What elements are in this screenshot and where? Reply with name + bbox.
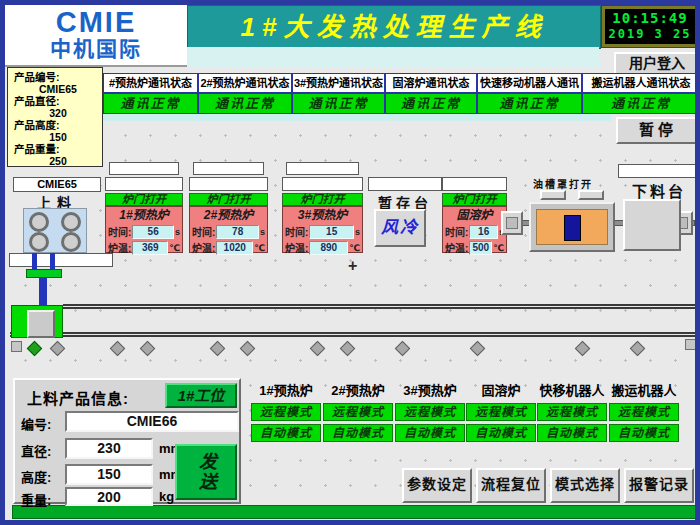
loading-rollers (23, 208, 87, 253)
auto-mode-button[interactable]: 自动模式 (323, 424, 393, 442)
furnace3-name: 3#预热炉 (285, 208, 360, 223)
furnace2-slot-b (189, 177, 268, 191)
header-strip (187, 47, 599, 68)
comm-status-6: 通讯正常 (582, 93, 700, 114)
status-bar (12, 505, 700, 519)
field-label: 编号: (21, 414, 51, 433)
limit-switch-icon (11, 341, 22, 352)
remote-mode-button[interactable]: 远程模式 (609, 403, 679, 421)
remote-mode-button[interactable]: 远程模式 (323, 403, 393, 421)
furnace1-door-status: 炉门打开 (105, 193, 183, 206)
form-title: 上料产品信息: (27, 387, 129, 408)
furnace2-panel: 2#预热炉 时间: 78 s 炉温: 1020 ℃ (189, 206, 268, 253)
furnace3-slot-b (282, 177, 363, 191)
send-button[interactable]: 发送 (175, 444, 237, 500)
furnace2-door-status: 炉门打开 (189, 193, 268, 206)
solution-temp-value: 500 (469, 241, 492, 255)
solution-slot (442, 177, 507, 191)
auto-mode-button[interactable]: 自动模式 (537, 424, 607, 442)
oil-tank-cover-button-left[interactable] (540, 190, 566, 200)
product-id-input[interactable]: CMIE66 (65, 411, 239, 432)
temp-label: 炉温: (192, 240, 215, 255)
furnace3-temp-value: 890 (309, 241, 348, 255)
process-reset-button[interactable]: 流程复位 (476, 468, 546, 503)
time-unit: s (355, 227, 360, 237)
remote-mode-button[interactable]: 远程模式 (466, 403, 536, 421)
gripper-head (26, 269, 62, 278)
height-input[interactable]: 150 (65, 464, 153, 485)
oil-tank-label: 油槽罩打开 (533, 176, 615, 191)
remote-mode-button[interactable]: 远程模式 (251, 403, 321, 421)
furnace1-slot-a (109, 162, 179, 175)
air-cool-button[interactable]: 风冷 (374, 209, 426, 247)
furnace1-name: 1#预热炉 (108, 208, 180, 223)
product-info-label: 产品编号: (14, 71, 102, 83)
furnace3-slot-a (286, 162, 359, 175)
comm-header-2: 2#预热炉通讯状态 (198, 73, 292, 93)
field-label: 重量: (21, 490, 51, 509)
pause-button[interactable]: 暂停 (616, 117, 700, 144)
comm-status-3: 通讯正常 (292, 93, 385, 114)
user-login-button[interactable]: 用户登入 (614, 52, 700, 75)
weight-input[interactable]: 200 (65, 487, 153, 506)
solution-furnace-panel: 固溶炉 时间: 16 s 炉温: 500 ℃ (442, 206, 507, 253)
mode-col-header: 3#预热炉 (395, 382, 465, 400)
product-info-value: 150 (14, 131, 102, 143)
furnace2-slot-a (193, 162, 264, 175)
auto-mode-button[interactable]: 自动模式 (251, 424, 321, 442)
sub-strip (103, 114, 611, 121)
mode-col-header: 搬运机器人 (609, 382, 679, 400)
oil-tank-cover-button-right[interactable] (578, 190, 604, 200)
comm-status-2: 通讯正常 (198, 93, 292, 114)
solution-door-status: 炉门打开 (442, 193, 507, 206)
time-label: 时间: (192, 224, 215, 239)
time-label: 时间: (445, 224, 468, 239)
mode-select-button[interactable]: 模式选择 (550, 468, 620, 503)
diameter-input[interactable]: 230 (65, 438, 153, 459)
alarm-record-button[interactable]: 报警记录 (624, 468, 694, 503)
solution-furnace-name: 固溶炉 (445, 208, 504, 223)
loading-form-panel: 上料产品信息: 1#工位 编号: CMIE66 直径: 230 mm 高度: 1… (13, 378, 241, 504)
product-info-label: 产品直径: (14, 95, 102, 107)
limit-switch-icon (685, 339, 696, 350)
comm-header-3: 3#预热炉通讯状态 (292, 73, 385, 93)
remote-mode-button[interactable]: 远程模式 (537, 403, 607, 421)
furnace3-time-value: 15 (309, 225, 354, 239)
rail-left-handle (501, 211, 523, 235)
auto-mode-button[interactable]: 自动模式 (609, 424, 679, 442)
param-setting-button[interactable]: 参数设定 (402, 468, 472, 503)
logo-text-en: CMIE (5, 7, 187, 37)
clock-date: 2019 3 25 (605, 27, 695, 42)
clock-time: 10:15:49 (605, 9, 695, 27)
solution-time-value: 16 (469, 225, 498, 239)
furnace2-time-value: 78 (216, 225, 259, 239)
roller-icon (29, 212, 49, 232)
gripper-finger-icon (50, 253, 55, 270)
station-select-button[interactable]: 1#工位 (165, 383, 237, 408)
time-label: 时间: (108, 224, 131, 239)
unloading-station-label: 下料台 (618, 180, 700, 201)
remote-mode-button[interactable]: 远程模式 (395, 403, 465, 421)
temp-label: 炉温: (108, 240, 131, 255)
auto-mode-button[interactable]: 自动模式 (466, 424, 536, 442)
unloading-platform (623, 199, 681, 251)
temp-unit: ℃ (254, 243, 265, 253)
clock-display: 10:15:49 2019 3 25 (601, 5, 699, 48)
unloading-slot (618, 164, 700, 178)
roller-icon (29, 232, 49, 252)
furnace1-time-value: 56 (132, 225, 174, 239)
mode-col-header: 2#预热炉 (323, 382, 393, 400)
furnace2-temp-value: 1020 (216, 241, 253, 255)
product-info-label: 产品重量: (14, 143, 102, 155)
comm-status-5: 通讯正常 (477, 93, 582, 114)
auto-mode-button[interactable]: 自动模式 (395, 424, 465, 442)
send-button-label: 发送 (193, 452, 219, 492)
oil-quench-tank (529, 202, 615, 252)
company-logo: CMIE 中机国际 (5, 5, 189, 67)
unit-label: kg (159, 489, 174, 504)
furnace2-name: 2#预热炉 (192, 208, 265, 223)
product-info-value: 250 (14, 155, 102, 167)
mode-col-header: 固溶炉 (466, 382, 536, 400)
furnace3-door-status: 炉门打开 (282, 193, 363, 206)
temp-unit: ℃ (169, 243, 180, 253)
